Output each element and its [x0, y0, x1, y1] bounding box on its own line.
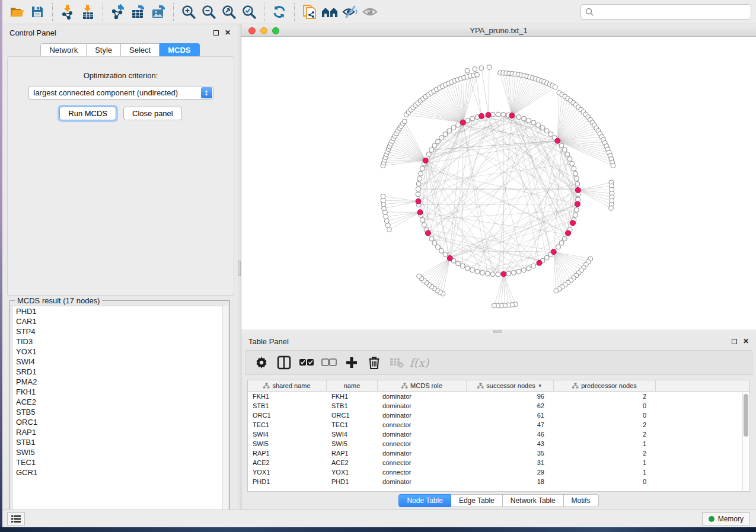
search-input[interactable]: [596, 8, 751, 16]
horizontal-splitter[interactable]: [241, 329, 756, 334]
zoom-out-icon[interactable]: [199, 2, 219, 21]
graph-node[interactable]: [575, 181, 580, 186]
graph-leaf-node[interactable]: [384, 214, 388, 219]
close-panel-button[interactable]: Close panel: [123, 107, 182, 120]
graph-leaf-node[interactable]: [381, 194, 385, 198]
table-row[interactable]: ACE2ACE2connector311: [248, 458, 749, 467]
graph-hub-node[interactable]: [575, 201, 580, 207]
graph-hub-node[interactable]: [570, 220, 576, 226]
splitter-handle[interactable]: [493, 330, 502, 333]
list-item[interactable]: ORC1: [12, 417, 227, 427]
graph-node[interactable]: [416, 181, 421, 186]
graph-node[interactable]: [447, 129, 452, 133]
splitter-handle[interactable]: [238, 261, 241, 276]
first-neighbors-icon[interactable]: [320, 2, 340, 21]
graph-node[interactable]: [475, 269, 480, 274]
graph-node[interactable]: [465, 266, 470, 271]
list-item[interactable]: TID3: [12, 336, 227, 347]
graph-node[interactable]: [516, 269, 521, 274]
list-item[interactable]: STB1: [12, 437, 227, 447]
graph-leaf-node[interactable]: [465, 68, 470, 73]
graph-leaf-node[interactable]: [479, 66, 484, 70]
add-column-icon[interactable]: [343, 354, 361, 371]
graph-node[interactable]: [429, 148, 434, 152]
graph-hub-node[interactable]: [575, 187, 580, 193]
graph-node[interactable]: [439, 248, 444, 253]
graph-node[interactable]: [536, 123, 541, 127]
list-item[interactable]: CAR1: [12, 316, 227, 326]
list-item[interactable]: SWI5: [12, 447, 227, 457]
column-header-predecessor-nodes[interactable]: predecessor nodes: [554, 380, 656, 391]
tab-node-table[interactable]: Node Table: [398, 494, 451, 507]
list-item[interactable]: PMA2: [12, 377, 227, 387]
zoom-selected-icon[interactable]: [239, 2, 259, 21]
import-network-icon[interactable]: [58, 2, 78, 21]
select-all-icon[interactable]: [298, 354, 315, 371]
tab-mcds[interactable]: MCDS: [160, 43, 199, 57]
graph-node[interactable]: [432, 143, 437, 148]
graph-node[interactable]: [511, 270, 516, 275]
graph-hub-node[interactable]: [417, 210, 423, 215]
list-item[interactable]: GCR1: [12, 467, 227, 477]
graph-node[interactable]: [565, 152, 570, 157]
graph-node[interactable]: [567, 156, 572, 161]
column-header-successor-nodes[interactable]: successor nodes▼: [467, 380, 554, 391]
column-header-shared-name[interactable]: shared name: [248, 380, 327, 391]
graph-hub-node[interactable]: [425, 230, 430, 236]
graph-node[interactable]: [436, 139, 441, 144]
graph-node[interactable]: [460, 264, 465, 268]
tab-edge-table[interactable]: Edge Table: [451, 494, 503, 507]
graph-node[interactable]: [426, 152, 431, 157]
graph-node[interactable]: [439, 136, 444, 140]
export-network-icon[interactable]: [108, 2, 128, 21]
list-item[interactable]: STP4: [12, 326, 227, 336]
graph-node[interactable]: [470, 116, 475, 121]
list-item[interactable]: TEC1: [12, 457, 227, 467]
delete-column-icon[interactable]: [365, 354, 383, 371]
float-panel-icon[interactable]: [732, 339, 737, 344]
graph-node[interactable]: [496, 112, 500, 117]
mcds-result-list[interactable]: PHD1CAR1STP4TID3YOX1SWI4SRD1PMA2FKH1ACE2…: [12, 306, 228, 518]
graph-node[interactable]: [490, 272, 495, 277]
show-all-icon[interactable]: [360, 2, 380, 21]
graph-hub-node[interactable]: [509, 113, 515, 118]
refresh-icon[interactable]: [269, 2, 289, 21]
table-row[interactable]: ORC1ORC1dominator610: [248, 411, 749, 420]
save-icon[interactable]: [27, 2, 47, 21]
graph-node[interactable]: [417, 177, 422, 181]
graph-node[interactable]: [432, 241, 437, 245]
graph-node[interactable]: [506, 271, 511, 276]
clone-network-icon[interactable]: [299, 2, 320, 21]
graph-node[interactable]: [573, 171, 578, 176]
float-panel-icon[interactable]: [213, 30, 219, 36]
column-header-MCDS-role[interactable]: MCDS role: [378, 380, 467, 391]
graph-node[interactable]: [419, 171, 423, 176]
mcds-result-scrollbar[interactable]: [222, 306, 228, 518]
column-header-name[interactable]: name: [327, 380, 378, 391]
graph-node[interactable]: [574, 207, 579, 212]
table-scrollbar[interactable]: [742, 392, 749, 491]
graph-node[interactable]: [451, 126, 456, 130]
tab-network-table[interactable]: Network Table: [503, 494, 564, 507]
window-close-icon[interactable]: [248, 27, 256, 34]
graph-hub-node[interactable]: [416, 198, 421, 204]
graph-node[interactable]: [521, 116, 526, 121]
close-panel-icon[interactable]: ✕: [743, 338, 749, 345]
graph-node[interactable]: [429, 236, 434, 241]
graph-node[interactable]: [559, 143, 564, 148]
graph-node[interactable]: [544, 129, 549, 133]
optimization-criterion-select[interactable]: largest connected component (undirected)…: [28, 86, 213, 100]
graph-node[interactable]: [496, 272, 500, 277]
deselect-all-icon[interactable]: [320, 354, 338, 371]
graph-node[interactable]: [544, 255, 549, 260]
graph-node[interactable]: [521, 268, 526, 273]
graph-node[interactable]: [485, 271, 490, 276]
delete-table-icon[interactable]: [388, 354, 406, 371]
graph-node[interactable]: [416, 192, 420, 197]
graph-leaf-node[interactable]: [385, 223, 390, 227]
list-item[interactable]: STB5: [12, 407, 227, 417]
graph-hub-node[interactable]: [479, 113, 484, 118]
list-item[interactable]: YOX1: [12, 347, 227, 357]
graph-node[interactable]: [574, 177, 579, 181]
list-item[interactable]: SRD1: [12, 367, 227, 377]
